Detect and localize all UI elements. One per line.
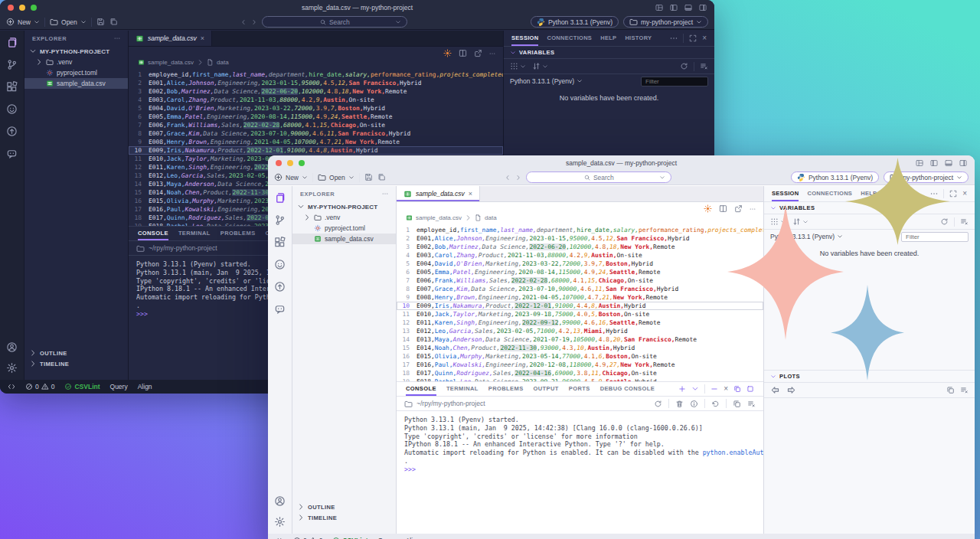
- new-console-icon[interactable]: [678, 385, 686, 393]
- minimize-panel-icon[interactable]: [710, 385, 718, 393]
- file-item-sample_data-csv[interactable]: sample_data.csv: [292, 234, 396, 244]
- file-item-pyproject-toml[interactable]: pyproject.toml: [24, 67, 128, 78]
- code-line-7[interactable]: 7E006,Frank,Williams,Sales,2022-02-28,68…: [397, 276, 763, 285]
- view-mode-button[interactable]: [510, 62, 526, 70]
- toggle-secondary-sidebar-icon[interactable]: [959, 159, 967, 167]
- runtime-selector[interactable]: Python 3.13.1 (Pyenv): [510, 77, 574, 85]
- foreground-window[interactable]: sample_data.csv — my-python-project New …: [268, 155, 975, 539]
- settings-gear-icon[interactable]: [6, 362, 18, 374]
- save-all-button[interactable]: [377, 173, 386, 181]
- code-line-11[interactable]: 11E010,Jack,Taylor,Marketing,2023-09-18,…: [397, 310, 763, 318]
- rainbow-csv-icon[interactable]: [443, 49, 452, 57]
- project-root-folder[interactable]: MY-PYTHON-PROJECT: [24, 46, 128, 57]
- sort-button[interactable]: [792, 217, 808, 226]
- refresh-icon[interactable]: [940, 217, 949, 226]
- code-line-4[interactable]: 4E003,Carol,Zhang,Product,2021-11-03,880…: [397, 251, 763, 260]
- tab-sample-data-csv[interactable]: sample_data.csv ×: [129, 31, 212, 46]
- code-line-1[interactable]: 1employee_id,first_name,last_name,depart…: [129, 70, 503, 79]
- customize-layout-icon[interactable]: [655, 4, 663, 11]
- code-line-6[interactable]: 6E005,Emma,Patel,Engineering,2020-08-14,…: [129, 113, 503, 121]
- source-control-icon[interactable]: [274, 214, 286, 226]
- close-panel-icon[interactable]: ×: [702, 34, 707, 42]
- account-icon[interactable]: [274, 495, 286, 507]
- plots-section-header[interactable]: PLOTS: [764, 371, 975, 383]
- session-tab-connections[interactable]: CONNECTIONS: [807, 186, 852, 201]
- more-actions-icon[interactable]: [489, 51, 495, 57]
- extensions-icon[interactable]: [274, 237, 286, 248]
- code-line-10[interactable]: 10E009,Iris,Nakamura,Product,2022-12-01,…: [397, 302, 763, 310]
- maximize-panel-icon[interactable]: [746, 385, 754, 393]
- project-button[interactable]: my-python-project: [884, 172, 969, 183]
- session-tab-history[interactable]: HISTORY: [885, 186, 912, 201]
- code-line-9[interactable]: 9E008,Henry,Brown,Engineering,2021-04-05…: [397, 293, 763, 302]
- code-line-8[interactable]: 8E007,Grace,Kim,Data Science,2023-07-10,…: [129, 129, 503, 138]
- session-tab-help[interactable]: HELP: [861, 186, 877, 201]
- align-status[interactable]: Align: [138, 383, 152, 390]
- panel-tab-console[interactable]: CONSOLE: [138, 227, 168, 240]
- maximize-panel-icon[interactable]: [689, 34, 697, 42]
- interpreter-button[interactable]: Python 3.13.1 (Pyenv): [791, 172, 879, 183]
- restart-icon[interactable]: [711, 400, 720, 408]
- code-line-13[interactable]: 13E012,Leo,Garcia,Sales,2023-02-05,71000…: [397, 327, 763, 335]
- session-tab-session[interactable]: SESSION: [772, 186, 799, 201]
- settings-link[interactable]: python.enableAutoReload setting: [703, 449, 763, 456]
- search-box[interactable]: Search: [526, 172, 671, 183]
- code-line-1[interactable]: 1employee_id,first_name,last_name,depart…: [397, 226, 763, 234]
- nav-forward-button[interactable]: [515, 175, 521, 181]
- chat-assistant-icon[interactable]: [274, 303, 286, 315]
- file-item--venv[interactable]: .venv: [292, 212, 396, 223]
- interpreter-button[interactable]: Python 3.13.1 (Pyenv): [531, 16, 619, 28]
- code-line-16[interactable]: 16E015,Olivia,Murphy,Marketing,2023-05-1…: [397, 352, 763, 361]
- code-line-18[interactable]: 18E017,Quinn,Rodriguez,Sales,2022-04-16,…: [397, 369, 763, 377]
- clear-console-icon[interactable]: [747, 400, 756, 408]
- variables-section-header[interactable]: VARIABLES: [504, 47, 714, 59]
- github-icon[interactable]: [274, 259, 286, 270]
- toggle-panel-icon[interactable]: [945, 159, 952, 167]
- timeline-section[interactable]: TIMELINE: [24, 358, 128, 369]
- code-line-7[interactable]: 7E006,Frank,Williams,Sales,2022-02-28,68…: [129, 121, 503, 129]
- tab-sample-data-csv[interactable]: sample_data.csv ×: [397, 186, 480, 201]
- code-line-10[interactable]: 10E009,Iris,Nakamura,Product,2022-12-01,…: [129, 146, 503, 155]
- save-button[interactable]: [96, 18, 105, 26]
- clear-plots-icon[interactable]: [960, 386, 969, 394]
- toggle-sidebar-icon[interactable]: [930, 159, 938, 167]
- project-root-folder[interactable]: MY-PYTHON-PROJECT: [292, 201, 396, 212]
- outline-section[interactable]: OUTLINE: [292, 501, 396, 512]
- code-line-8[interactable]: 8E007,Grace,Kim,Data Science,2023-07-10,…: [397, 285, 763, 293]
- more-actions-icon[interactable]: [114, 35, 120, 41]
- code-line-15[interactable]: 15E014,Noah,Chen,Product,2022-11-30,9300…: [397, 344, 763, 352]
- code-line-2[interactable]: 2E001,Alice,Johnson,Engineering,2023-01-…: [129, 79, 503, 87]
- open-button[interactable]: Open: [50, 18, 87, 26]
- code-line-5[interactable]: 5E004,David,O'Brien,Marketing,2023-03-22…: [397, 260, 763, 268]
- nav-forward-button[interactable]: [251, 19, 257, 25]
- code-line-5[interactable]: 5E004,David,O'Brien,Marketing,2023-03-22…: [129, 104, 503, 113]
- close-window-button[interactable]: [276, 160, 282, 166]
- more-tabs-icon[interactable]: [670, 34, 678, 42]
- new-button[interactable]: New: [274, 173, 308, 181]
- breadcrumb-node[interactable]: data: [217, 59, 229, 66]
- minimize-window-button[interactable]: [287, 160, 293, 166]
- copy-plot-icon[interactable]: [946, 386, 955, 394]
- panel-tab-output[interactable]: OUTPUT: [534, 382, 559, 396]
- split-editor-icon[interactable]: [459, 49, 467, 57]
- panel-tab-terminal[interactable]: TERMINAL: [178, 227, 211, 240]
- settings-gear-icon[interactable]: [274, 516, 286, 528]
- close-tab-icon[interactable]: ×: [201, 34, 204, 42]
- timeline-section[interactable]: TIMELINE: [292, 512, 396, 523]
- file-item-pyproject-toml[interactable]: pyproject.toml: [292, 223, 396, 234]
- clear-variables-icon[interactable]: [700, 62, 708, 70]
- nav-back-button[interactable]: [505, 175, 511, 181]
- console-session-header[interactable]: ~/rpy/my-python-project: [397, 396, 763, 411]
- account-icon[interactable]: [6, 341, 18, 353]
- info-icon[interactable]: [690, 400, 698, 408]
- project-button[interactable]: my-python-project: [623, 16, 708, 28]
- maximize-panel-icon[interactable]: [949, 190, 957, 198]
- window-titlebar[interactable]: sample_data.csv — my-python-project: [268, 155, 975, 170]
- publish-icon[interactable]: [6, 126, 18, 137]
- code-line-14[interactable]: 14E013,Maya,Anderson,Data Science,2021-0…: [397, 335, 763, 344]
- more-actions-icon[interactable]: [750, 206, 756, 212]
- code-line-12[interactable]: 12E011,Karen,Singh,Engineering,2022-09-1…: [397, 318, 763, 327]
- breadcrumb-node[interactable]: data: [485, 214, 497, 221]
- view-mode-button[interactable]: [770, 217, 786, 226]
- panel-tab-ports[interactable]: PORTS: [569, 382, 590, 396]
